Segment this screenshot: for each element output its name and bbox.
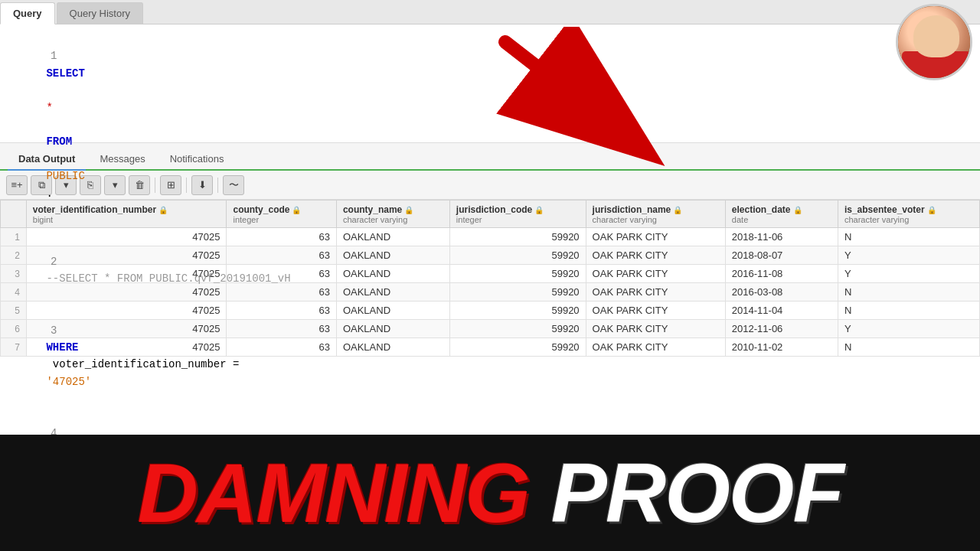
col-header-election-date: election_date🔒 date (725, 201, 838, 228)
col-header-rownum (1, 201, 27, 228)
line-number-2: 2 (46, 253, 57, 270)
col-header-absentee: is_absentee_voter🔒 character varying (838, 201, 979, 228)
lock-icon: 🔒 (534, 206, 544, 214)
bottom-banner: DAMNING PROOF (0, 435, 980, 551)
tab-query-history[interactable]: Query History (57, 2, 143, 24)
sql-editor[interactable]: 1 SELECT * FROM PUBLIC . qvf_20190101_vH… (0, 24, 980, 143)
banner-text: DAMNING PROOF (137, 451, 842, 535)
col-header-jurisdiction-name: jurisdiction_name🔒 character varying (586, 201, 725, 228)
lock-icon: 🔒 (404, 206, 413, 214)
col-header-voter-id: voter_identification_number🔒 bigint (26, 201, 227, 228)
line-number-1: 1 (46, 47, 57, 64)
col-header-county-name: county_name🔒 character varying (336, 201, 449, 228)
sql-keyword: SELECT (46, 67, 84, 80)
banner-white-text: PROOF (529, 445, 843, 540)
query-tabs: Query Query History (0, 0, 980, 24)
lock-icon: 🔒 (793, 206, 802, 214)
lock-icon: 🔒 (158, 206, 168, 214)
pgadmin-area: Query Query History 1 SELECT * FROM PUBL… (0, 0, 980, 436)
avatar (896, 4, 972, 80)
lock-icon: 🔒 (927, 206, 936, 214)
col-header-jurisdiction-code: jurisdiction_code🔒 integer (449, 201, 586, 228)
col-header-county-code: county_code🔒 integer (227, 201, 336, 228)
line-number-3: 3 (46, 322, 57, 339)
lock-icon: 🔒 (292, 206, 301, 214)
tab-query[interactable]: Query (0, 2, 55, 24)
lock-icon: 🔒 (673, 206, 682, 214)
banner-red-text: DAMNING (137, 445, 529, 540)
